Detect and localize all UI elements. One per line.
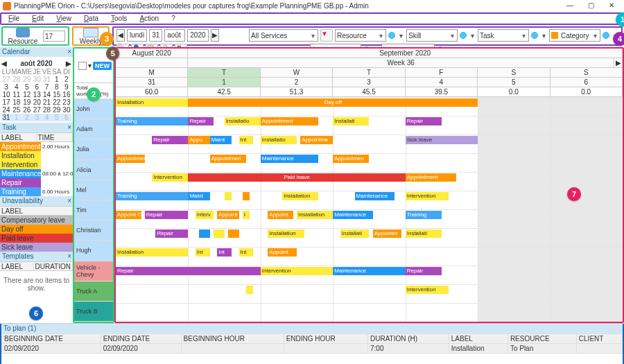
event[interactable]: Training: [406, 211, 442, 219]
event[interactable]: Repair: [155, 229, 188, 238]
event[interactable]: [246, 286, 253, 294]
event[interactable]: Maintenance: [261, 155, 319, 163]
funnel-icon[interactable]: ▼: [320, 29, 333, 42]
toggle-icon[interactable]: [388, 32, 395, 39]
event[interactable]: Installatio: [261, 136, 297, 144]
event[interactable]: Maint: [210, 136, 232, 144]
event[interactable]: Appo: [188, 136, 209, 144]
event[interactable]: Int: [239, 248, 254, 257]
event[interactable]: Repair: [406, 267, 442, 275]
menu-view[interactable]: View: [51, 12, 77, 25]
event[interactable]: Appointment: [261, 117, 319, 125]
list-item[interactable]: Installation: [0, 151, 73, 160]
menu-file[interactable]: FFileile: [3, 12, 25, 25]
resource-row[interactable]: Christian: [74, 220, 113, 241]
dropdown-icon[interactable]: ▾: [88, 62, 92, 69]
event[interactable]: Appointmen: [333, 155, 369, 163]
service-dropdown[interactable]: All Services▾: [249, 29, 318, 42]
mini-calendar[interactable]: ◀août 2020▶ LUMAMEJEVESADI27282930311234…: [0, 57, 73, 123]
minimize-button[interactable]: —: [560, 1, 580, 12]
event[interactable]: Appointmen: [116, 155, 145, 163]
event[interactable]: Maintenance: [333, 267, 405, 275]
grid-body[interactable]: 7 InstallationDay offTrainingRepairInsta…: [116, 97, 623, 322]
toggle-icon[interactable]: [460, 32, 467, 39]
close-icon[interactable]: ×: [67, 252, 71, 261]
close-icon[interactable]: ×: [67, 196, 71, 206]
task-dropdown[interactable]: Task▾: [478, 29, 529, 42]
resource-row[interactable]: Truck A: [74, 281, 113, 302]
event[interactable]: Installation: [116, 248, 188, 257]
menu-help[interactable]: ?: [166, 12, 181, 25]
event[interactable]: Intervention: [261, 267, 333, 275]
next-month-button[interactable]: ▶: [66, 60, 71, 67]
scroll-right-button[interactable]: ▶: [614, 58, 623, 67]
count-spinner[interactable]: 17: [43, 31, 65, 42]
event[interactable]: Sick leave: [406, 136, 478, 144]
resource-row[interactable]: Truck B: [74, 302, 113, 322]
resource-row[interactable]: John: [74, 99, 113, 119]
event[interactable]: Intervention: [406, 286, 449, 294]
skill-dropdown[interactable]: Skill▾: [406, 29, 458, 42]
category-dropdown[interactable]: Category▾: [549, 29, 600, 42]
resource-row[interactable]: Julia: [74, 139, 113, 159]
date-month[interactable]: août: [164, 29, 185, 42]
event[interactable]: [243, 192, 250, 200]
event[interactable]: Appointm: [373, 229, 402, 238]
menu-data[interactable]: Data: [78, 12, 104, 25]
event[interactable]: Repair: [406, 117, 442, 125]
event[interactable]: Training: [116, 117, 188, 125]
list-item[interactable]: Intervention: [0, 160, 73, 169]
event[interactable]: [228, 229, 239, 238]
list-item[interactable]: Compensatory leave: [0, 216, 73, 225]
event[interactable]: Appointme: [300, 136, 333, 144]
new-badge[interactable]: NEW: [93, 62, 112, 70]
event[interactable]: Installation: [282, 192, 318, 200]
list-item[interactable]: Appointment2.00 Hours: [0, 142, 73, 151]
menu-action[interactable]: Action: [134, 12, 164, 25]
event[interactable]: Appointmen: [210, 155, 246, 163]
event[interactable]: Appoint: [268, 248, 297, 257]
event[interactable]: Interv: [196, 211, 214, 219]
resource-button[interactable]: Resource: [6, 28, 40, 45]
event[interactable]: Int: [196, 248, 210, 257]
event[interactable]: [199, 229, 210, 238]
resource-row[interactable]: Adam: [74, 119, 113, 139]
list-item[interactable]: Maintenance08:00 à 12:00: [0, 169, 73, 178]
date-year[interactable]: 2020: [187, 29, 208, 42]
event[interactable]: Maintenance: [355, 192, 395, 200]
event[interactable]: Paid leave: [188, 173, 405, 182]
prev-month-button[interactable]: ◀: [1, 60, 7, 67]
close-icon[interactable]: ×: [67, 47, 71, 57]
list-item[interactable]: Training6.00 Hours: [0, 187, 73, 196]
event[interactable]: Repair: [145, 211, 189, 219]
date-next-button[interactable]: ▶: [211, 29, 219, 42]
event[interactable]: Day off: [188, 98, 478, 107]
date-weekday[interactable]: lundi: [127, 29, 147, 42]
filter-icon[interactable]: [78, 62, 87, 70]
event[interactable]: Int: [217, 248, 232, 257]
resource-row[interactable]: Hugh: [74, 241, 113, 261]
event[interactable]: Installation: [297, 211, 333, 219]
event[interactable]: Training: [116, 192, 188, 200]
list-item[interactable]: Repair: [0, 178, 73, 187]
date-day[interactable]: 31: [149, 29, 162, 42]
event[interactable]: Repair: [116, 267, 261, 275]
event[interactable]: Installation: [116, 98, 188, 107]
list-item[interactable]: Day off: [0, 225, 73, 234]
event[interactable]: Maint: [188, 192, 209, 200]
maximize-button[interactable]: ▢: [581, 1, 600, 12]
menu-edit[interactable]: Edit: [26, 12, 49, 25]
event[interactable]: I: [243, 211, 250, 219]
event[interactable]: Repair: [188, 117, 214, 125]
event[interactable]: [214, 229, 225, 238]
event[interactable]: [225, 192, 232, 200]
resource-row[interactable]: Vehicle - Chevy: [74, 261, 113, 281]
event[interactable]: Int: [239, 136, 254, 144]
event[interactable]: Maintenance: [333, 211, 372, 219]
list-item[interactable]: Paid leave: [0, 234, 73, 243]
event[interactable]: Appoint: [217, 211, 239, 219]
toggle-icon[interactable]: [531, 32, 538, 39]
close-icon[interactable]: ×: [67, 123, 71, 132]
event[interactable]: Appointment: [406, 173, 456, 182]
event[interactable]: Intervention: [406, 192, 449, 200]
